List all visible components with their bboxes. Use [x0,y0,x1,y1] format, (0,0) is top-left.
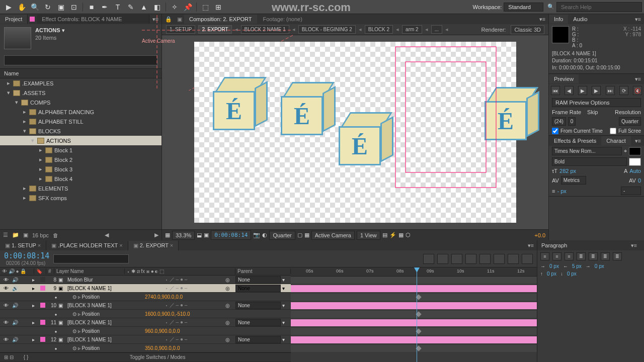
tab-character[interactable]: Charact [601,136,631,145]
text-tool-icon[interactable]: T [112,2,124,13]
leading-field[interactable]: Auto [629,168,641,174]
timeline-icon[interactable]: ▦ [398,232,404,238]
mask-icon[interactable]: ▢ [297,232,302,238]
flow-step[interactable]: 2. EXPORT [198,25,231,34]
mute-button[interactable]: 🔇 [633,86,642,95]
flow-step[interactable]: BLOCK 2 [365,25,393,34]
world-axis-icon[interactable]: ⊞ [212,2,224,13]
shy-icon[interactable] [451,254,462,264]
auto-keyframe-icon[interactable] [508,254,519,264]
layer-row[interactable]: 👁🔊▸12▣[BLOCK 1 NAME 1]⬩ ／ – ● –◎None ▾ [0,335,291,344]
layer-row[interactable]: 👁🔊▸11▣[BLOCK 2 NAME 1]⬩ ／ – ● –◎None ▾ [0,318,291,327]
flow-step[interactable]: arm 2 [402,25,422,34]
timeline-search-input[interactable] [53,254,129,263]
timeline-tab[interactable]: ▣ 1. SETUP × [0,241,46,250]
flowchart-icon[interactable]: ⬡ [406,232,411,238]
local-axis-icon[interactable]: ⬚ [199,2,211,13]
preview-resolution-dropdown[interactable]: Quarter [619,117,641,126]
last-frame-button[interactable]: ⏭ [606,86,615,95]
align-left-button[interactable]: ≡ [540,252,549,260]
pixel-aspect-icon[interactable]: ▤ [382,232,387,238]
tree-item[interactable]: ▸ELEMENTS [0,184,162,193]
timeline-current-time[interactable]: 0:00:08:14 [4,251,49,260]
stroke-width-field[interactable]: - px [557,188,566,194]
project-search-input[interactable] [4,55,157,65]
flow-step[interactable]: 1. SETUP [166,25,195,34]
layer-property-row[interactable]: ⬥⊙ ▹ Position1600.0,900.0,-510.0 [0,310,291,318]
prev-frame-button[interactable]: ◀ [565,86,574,95]
tree-item[interactable]: ▸Block 4 [0,174,162,184]
draft-3d-icon[interactable] [437,254,448,264]
current-time-indicator[interactable] [417,267,417,362]
tab-effects-presets[interactable]: Effects & Presets [549,136,601,145]
tracking-field[interactable]: 0 [638,177,641,184]
selection-tool-icon[interactable]: ▶ [3,2,15,13]
font-weight-dropdown[interactable]: Bold [552,157,627,166]
tree-item[interactable]: ▾ACTIONS [0,136,162,145]
pan-behind-tool-icon[interactable]: ⊡ [68,2,80,13]
project-tree[interactable]: ▸.EXAMPLES▾.ASSETS▾COMPS▸ALPHABET DANCIN… [0,78,162,229]
timeline-tab[interactable]: ▣ .PLACE HOLDER TEXT × [46,241,128,250]
tab-effect-controls[interactable]: Effect Controls: BLOCK 4 NAME [37,15,149,24]
align-center-button[interactable]: ≡ [552,252,561,260]
interpret-icon[interactable]: ☰ [3,232,8,238]
tree-item[interactable]: ▸ALPHABET DANCING [0,107,162,117]
timeline-menu-icon[interactable]: ▾≡ [525,242,537,249]
timeline-expand-icon[interactable]: ⊞ ⊟ [4,354,14,360]
camera-dropdown[interactable]: Active Camera [311,231,355,240]
justify-all-button[interactable]: ≣ [613,252,622,260]
eraser-tool-icon[interactable]: ◧ [151,2,163,13]
timeline-ruler[interactable]: 05s06s07s08s09s10s11s12s [291,267,537,277]
info-menu-icon[interactable]: ▾≡ [632,16,644,23]
tree-item[interactable]: ▾COMPS [0,98,162,107]
view-dropdown[interactable]: 1 View [357,231,380,240]
graph-editor-icon[interactable] [522,254,533,264]
resolution-icon[interactable]: ⬓ [197,232,202,238]
grid-icon[interactable]: ▦ [165,232,170,238]
font-family-dropdown[interactable]: Times New Rom... [552,147,622,155]
stroke-mode-dropdown[interactable]: - [621,187,641,195]
rotate-tool-icon[interactable]: ↻ [42,2,54,13]
layer-property-row[interactable]: ⬥⊙ ▹ Position350.0,900.0,0.0 [0,344,291,352]
region-icon[interactable]: ▦ [304,232,309,238]
rotobrush-tool-icon[interactable]: ✧ [169,2,181,13]
brush-tool-icon[interactable]: ✎ [125,2,137,13]
comp-lock-icon[interactable]: 🔒 [162,16,175,23]
first-frame-button[interactable]: ⏮ [551,86,560,95]
tab-project[interactable]: Project [0,15,28,24]
layer-row[interactable]: 👁🔊▸10▣[BLOCK 3 NAME 1]⬩ ／ – ● –◎None ▾ [0,301,291,310]
layer-row[interactable]: 👁🔊▸9▣[BLOCK 4 NAME 1]⬩ ／ – ● –◎None ▾ [0,284,291,293]
tree-item[interactable]: ▾BLOCKS [0,126,162,136]
toggle-switches-button[interactable]: Toggle Switches / Modes [130,354,186,360]
quality-dropdown[interactable]: Quarter [269,231,295,240]
kerning-dropdown[interactable]: Metrics [561,176,586,185]
brainstorm-icon[interactable] [494,254,505,264]
camera-tool-icon[interactable]: ▣ [55,2,67,13]
align-right-button[interactable]: ≡ [565,252,574,260]
tree-item[interactable]: ▸ALPHABET STILL [0,117,162,126]
justify-left-button[interactable]: ≣ [577,252,586,260]
motion-blur-icon[interactable] [479,254,491,264]
workspace-dropdown[interactable]: Standard [504,3,543,12]
tab-audio[interactable]: Audio [568,15,592,24]
panel-menu-icon[interactable]: ▾≡ [149,16,162,23]
comp-panel-menu-icon[interactable]: ▾≡ [536,16,548,23]
composition-viewport[interactable]: Active Camera É É É É [162,35,548,229]
tree-item[interactable]: ▸Block 2 [0,155,162,164]
tree-item[interactable]: ▸.EXAMPLES [0,78,162,88]
zoom-dropdown[interactable]: 33.3% [172,231,195,240]
paragraph-menu-icon[interactable]: ▾≡ [628,242,640,249]
pen-tool-icon[interactable]: ✒ [99,2,111,13]
fill-color-swatch[interactable] [629,147,641,155]
renderer-value[interactable]: Classic 3D [511,25,544,34]
comp-mini-flowchart-icon[interactable] [423,254,434,264]
fast-preview-icon[interactable]: ⚡ [389,232,396,238]
layer-property-row[interactable]: ⬥⊙ ▹ Position960.0,900.0,0.0 [0,327,291,335]
preview-menu-icon[interactable]: ▾≡ [632,76,644,82]
flow-step[interactable]: ... [431,25,442,34]
frame-blend-icon[interactable] [465,254,476,264]
snapshot-icon[interactable]: 📷 [253,232,260,238]
tree-item[interactable]: ▸SFX comps [0,193,162,203]
exposure-value[interactable]: +0.0 [534,232,545,238]
tab-preview[interactable]: Preview [549,74,579,83]
